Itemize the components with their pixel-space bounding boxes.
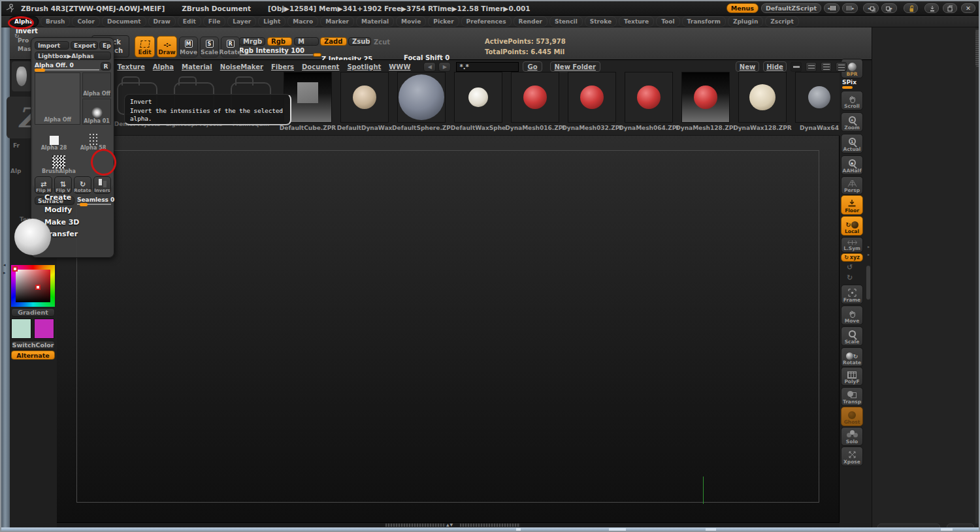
shelf-scrollbar[interactable] (866, 266, 870, 300)
m-button[interactable]: M (294, 37, 319, 46)
thumb-size-4-icon[interactable] (836, 62, 847, 72)
alpha-selected-thumbnail[interactable]: Alpha Off (35, 72, 80, 125)
local-button[interactable]: ↻Local (841, 216, 863, 236)
secondary-color-swatch[interactable] (34, 319, 54, 339)
lightbox-hide-button[interactable]: Hide (763, 61, 787, 72)
divider-grip[interactable] (460, 524, 520, 527)
tray-resize-arrows-icon[interactable]: ▲▼ (446, 522, 453, 527)
alpha-import-button[interactable]: Import (35, 41, 69, 50)
zscript-step-back-button[interactable]: ◂ (824, 3, 840, 13)
material-preview-sphere[interactable] (14, 219, 51, 255)
actual-button[interactable]: 1Actual (841, 134, 863, 153)
lightbox-item[interactable]: DefaultDynaWax (338, 72, 391, 136)
rotate-button[interactable]: RRotate (221, 37, 240, 57)
scale-canvas-button[interactable]: Scale (841, 326, 863, 346)
rotate-alpha-button[interactable]: ↻Rotate (74, 176, 91, 194)
menu-macro[interactable]: Macro (287, 16, 318, 27)
xyz-button[interactable]: ↻xyz (841, 253, 863, 262)
move-canvas-button[interactable]: Move (841, 305, 863, 325)
rotate-y-icon[interactable]: ↺ (847, 263, 853, 272)
alpha-thumb-brush[interactable]: BrushAlpha (35, 152, 83, 174)
lightbox-tab-alpha[interactable]: Alpha (153, 63, 174, 70)
rotate-canvas-button[interactable]: ↻Rotate (841, 347, 863, 367)
section-modify[interactable]: Modify (44, 206, 72, 214)
lightbox-next-icon[interactable]: ▶ (438, 62, 451, 72)
lightbox-new-button[interactable]: New (736, 61, 759, 72)
alpha-export-button[interactable]: Export (71, 41, 98, 50)
lock-icon[interactable] (904, 3, 918, 13)
xpose-button[interactable]: Xpose (841, 446, 863, 466)
scrollbar-grip[interactable] (975, 30, 980, 67)
lightbox-item[interactable]: DefaultSphere.ZP (395, 72, 448, 136)
rgb-button[interactable]: Rgb (267, 37, 292, 46)
mrgb-button[interactable]: Mrgb (239, 37, 265, 46)
scroll-button[interactable]: Scroll (841, 91, 863, 110)
lightbox-item[interactable]: DynaMesh032.ZPI (566, 72, 618, 136)
lightbox-item[interactable]: DynaMesh128.ZPI (679, 72, 732, 136)
menu-file[interactable]: File (203, 16, 225, 27)
slider-nub[interactable] (80, 203, 88, 206)
lightbox-tab-noisemaker[interactable]: NoiseMaker (220, 63, 263, 70)
menu-material[interactable]: Material (356, 16, 394, 27)
switchcolor-button[interactable]: SwitchColor (11, 341, 55, 349)
ghost-button[interactable]: Ghost (841, 407, 863, 426)
lightbox-tab-material[interactable]: Material (182, 63, 212, 70)
lightbox-item[interactable]: DynaMesh016.ZPI (509, 72, 561, 136)
lightbox-tab-www[interactable]: WWW (389, 63, 410, 70)
alpha-current-slider[interactable]: Alpha Off. 0 (35, 62, 99, 70)
seamless-slider[interactable]: Seamless 0 (77, 196, 111, 205)
thumb-size-1-icon[interactable] (791, 62, 802, 72)
lightbox-item[interactable]: DynaWax64 (793, 72, 840, 136)
close-button[interactable]: ✕ (961, 3, 975, 13)
menu-preferences[interactable]: Preferences (461, 16, 512, 27)
right-tray-expand-icon[interactable]: ▸ (868, 252, 870, 257)
lightbox-item[interactable]: DefaultWaxSphe (452, 72, 504, 136)
zscript-button[interactable]: DefaultZScript (761, 3, 821, 13)
right-tray-collapse-icon[interactable]: ▸ (868, 244, 870, 249)
lightbox-shelf-icon[interactable] (12, 61, 31, 91)
thumb-size-3-icon[interactable] (821, 62, 832, 72)
right-tray-scrollbar[interactable] (975, 29, 980, 524)
polyframe-button[interactable]: PolyF (841, 367, 863, 386)
persp-button[interactable]: Persp (841, 176, 863, 195)
divider-grip[interactable] (385, 524, 446, 527)
lightbox-new-folder-button[interactable]: New Folder (550, 61, 600, 72)
menu-layer[interactable]: Layer (227, 16, 256, 27)
edit-button[interactable]: Edit (135, 36, 155, 57)
restore-button[interactable] (943, 3, 957, 13)
thumb-size-2-icon[interactable] (806, 62, 817, 72)
lightbox-item[interactable]: DynaMesh064.ZPI (623, 72, 675, 136)
gradient-button[interactable]: Gradient (11, 308, 55, 317)
alpha-thumb-off[interactable]: Alpha Off (82, 72, 111, 97)
zadd-button[interactable]: Zadd (320, 37, 347, 46)
menu-texture[interactable]: Texture (619, 16, 654, 27)
lightbox-prev-icon[interactable]: ◀ (423, 62, 436, 72)
alpha-thumb-58[interactable]: Alpha 58 (75, 126, 111, 151)
slider-nub[interactable] (842, 86, 853, 89)
menu-picker[interactable]: Picker (428, 16, 459, 27)
lightbox-go-button[interactable]: Go (523, 61, 542, 72)
zoom-button[interactable]: +Zoom (841, 112, 863, 132)
menu-document[interactable]: Document (102, 16, 146, 27)
scale-button[interactable]: SScale (200, 37, 219, 57)
lightbox-tab-texture[interactable]: Texture (117, 63, 144, 70)
color-selector[interactable] (35, 285, 41, 290)
alpha-restore-button[interactable]: R (101, 62, 111, 70)
section-create[interactable]: Create (44, 193, 71, 202)
main-color-swatch[interactable] (11, 319, 31, 339)
lsym-button[interactable]: L.Sym (841, 237, 863, 253)
tray-expand-icon[interactable]: ▸ (3, 270, 6, 275)
menu-movie[interactable]: Movie (396, 16, 426, 27)
menu-draw[interactable]: Draw (148, 16, 176, 27)
draw-button[interactable]: -:-Draw (157, 36, 177, 57)
flip-v-button[interactable]: ⇅Flip V (54, 176, 72, 194)
rgb-intensity-slider[interactable]: Rgb Intensity 100 (239, 47, 321, 55)
alpha-thumb-01[interactable]: Alpha 01 (82, 99, 111, 125)
menu-zscript[interactable]: Zscript (765, 16, 799, 27)
menu-edit[interactable]: Edit (178, 16, 201, 27)
flip-h-button[interactable]: ⇄Flip H (35, 176, 52, 194)
lightbox-filter-input[interactable] (456, 62, 519, 72)
minimize-button[interactable] (924, 3, 939, 13)
saturation-square[interactable] (16, 270, 50, 302)
lightbox-item[interactable]: DynaWax128.ZPR (736, 72, 789, 136)
